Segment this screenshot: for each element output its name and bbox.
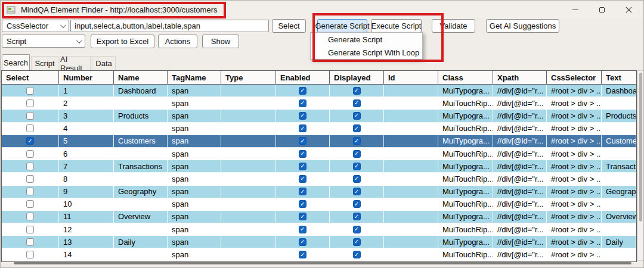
column-header-select[interactable]: Select xyxy=(2,71,59,85)
tab-script[interactable]: Script xyxy=(31,56,58,70)
displayed-checkbox xyxy=(353,213,361,220)
cell-tag: span xyxy=(168,123,221,135)
cell-tag: span xyxy=(168,248,221,261)
cell-cls: MuiTypogra... xyxy=(438,236,493,248)
column-header-id[interactable]: Id xyxy=(384,71,438,85)
cell-cls: MuiTypogra... xyxy=(438,85,493,97)
get-ai-suggestions-button[interactable]: Get AI Suggestions xyxy=(486,19,559,33)
generate-script-button[interactable]: Generate Script xyxy=(317,19,367,33)
cell-number: 13 xyxy=(59,236,114,248)
cell-text: Products xyxy=(602,110,636,122)
select-checkbox[interactable] xyxy=(26,99,34,107)
actions-button[interactable]: Actions xyxy=(158,35,197,48)
select-checkbox[interactable] xyxy=(26,251,34,258)
table-row[interactable]: 12spanMuiTouchRip...//div[@id="r...#root… xyxy=(2,223,636,236)
table-row[interactable]: 5CustomersspanMuiTypogra...//div[@id="r.… xyxy=(2,135,636,148)
cell-type xyxy=(221,223,276,236)
select-checkbox[interactable] xyxy=(26,213,34,220)
select-checkbox[interactable] xyxy=(26,137,34,145)
maximize-button[interactable] xyxy=(589,1,615,18)
table-row[interactable]: 11OverviewspanMuiTypogra...//div[@id="r.… xyxy=(2,211,636,223)
select-button[interactable]: Select xyxy=(272,19,306,33)
menu-item-generate-script[interactable]: Generate Script xyxy=(311,33,422,46)
vertical-scrollbar[interactable] xyxy=(637,70,644,261)
cell-select xyxy=(2,160,59,173)
tab-data[interactable]: Data xyxy=(92,56,116,70)
column-header-class[interactable]: Class xyxy=(438,71,493,85)
cell-name: Products xyxy=(114,110,168,122)
table-row[interactable]: 9GeographyspanMuiTypogra...//div[@id="r.… xyxy=(2,186,636,198)
selector-type-combobox[interactable]: CssSelector xyxy=(2,20,69,32)
cell-text xyxy=(602,198,636,211)
select-checkbox[interactable] xyxy=(26,112,34,120)
selector-input[interactable] xyxy=(70,20,269,32)
table-row[interactable]: 8spanMuiTouchRip...//div[@id="r...#root … xyxy=(2,173,636,185)
cell-cls: MuiTouchRip... xyxy=(438,248,493,261)
execute-script-button[interactable]: Execute Script xyxy=(371,19,422,33)
minimize-button[interactable] xyxy=(562,1,589,18)
table-row[interactable]: 4spanMuiTouchRip...//div[@id="r...#root … xyxy=(2,123,636,135)
cell-id xyxy=(384,110,438,122)
select-checkbox[interactable] xyxy=(26,124,34,132)
horizontal-scrollbar-thumb[interactable] xyxy=(14,262,631,264)
cell-xpath: //div[@id="r... xyxy=(493,248,547,261)
export-to-excel-button[interactable]: Export to Excel xyxy=(91,35,154,48)
select-checkbox[interactable] xyxy=(26,188,34,195)
column-header-text[interactable]: Text xyxy=(602,71,636,85)
table-row[interactable]: 13DailyspanMuiTypogra...//div[@id="r...#… xyxy=(2,236,636,248)
script-combobox[interactable]: Script xyxy=(2,35,85,48)
validate-button[interactable]: Validate xyxy=(432,19,475,33)
cell-id xyxy=(384,85,438,97)
cell-text: Overview xyxy=(602,211,636,223)
select-checkbox[interactable] xyxy=(26,150,34,158)
cell-id xyxy=(384,248,438,261)
enabled-checkbox xyxy=(299,226,306,233)
close-button[interactable] xyxy=(615,1,642,18)
tab-ai-result[interactable]: AI Result xyxy=(60,56,91,70)
table-row[interactable]: 7TransactionsspanMuiTypogra...//div[@id=… xyxy=(2,160,636,173)
cell-type xyxy=(221,211,276,223)
select-checkbox[interactable] xyxy=(26,87,34,95)
column-header-displayed[interactable]: Displayed xyxy=(330,71,384,85)
cell-displayed xyxy=(330,148,384,160)
select-checkbox[interactable] xyxy=(26,226,34,233)
column-header-cssselector[interactable]: CssSelector xyxy=(547,71,602,85)
cell-enabled xyxy=(276,85,330,97)
cell-text: Customers xyxy=(602,135,636,148)
menu-item-generate-script-with-loop[interactable]: Generate Script With Loop xyxy=(311,46,422,59)
table-row[interactable]: 6spanMuiTouchRip...//div[@id="r...#root … xyxy=(2,148,636,160)
cell-xpath: //div[@id="r... xyxy=(493,123,547,135)
show-button[interactable]: Show xyxy=(202,35,239,48)
cell-type xyxy=(221,123,276,135)
cell-css: #root > div > ... xyxy=(547,135,602,148)
cell-cls: MuiTouchRip... xyxy=(438,223,493,236)
table-row[interactable]: 14spanMuiTouchRip...//div[@id="r...#root… xyxy=(2,248,636,261)
cell-enabled xyxy=(276,223,330,236)
tab-search[interactable]: Search xyxy=(2,54,30,70)
vertical-scrollbar-thumb[interactable] xyxy=(639,73,642,222)
column-header-enabled[interactable]: Enabled xyxy=(276,71,330,85)
cell-id xyxy=(384,198,438,211)
select-checkbox[interactable] xyxy=(26,200,34,208)
cell-id xyxy=(384,123,438,135)
column-header-type[interactable]: Type xyxy=(221,71,276,85)
column-header-xpath[interactable]: Xpath xyxy=(493,71,547,85)
table-row[interactable]: 3ProductsspanMuiTypogra...//div[@id="r..… xyxy=(2,110,636,122)
column-header-number[interactable]: Number xyxy=(59,71,114,85)
cell-css: #root > div > ... xyxy=(547,148,602,160)
cell-number: 9 xyxy=(59,186,114,198)
cell-name: Overview xyxy=(114,211,168,223)
table-row[interactable]: 2spanMuiTouchRip...//div[@id="r...#root … xyxy=(2,97,636,110)
select-checkbox[interactable] xyxy=(26,175,34,183)
select-checkbox[interactable] xyxy=(26,163,34,170)
enabled-checkbox xyxy=(299,200,306,208)
enabled-checkbox xyxy=(299,99,306,107)
table-row[interactable]: 10spanMuiTouchRip...//div[@id="r...#root… xyxy=(2,198,636,211)
table-row[interactable]: 1DashboardspanMuiTypogra...//div[@id="r.… xyxy=(2,85,636,97)
select-checkbox[interactable] xyxy=(26,238,34,246)
column-header-name[interactable]: Name xyxy=(114,71,168,85)
cell-enabled xyxy=(276,198,330,211)
minimize-icon xyxy=(572,10,578,10)
cell-number: 10 xyxy=(59,198,114,211)
column-header-tagname[interactable]: TagName xyxy=(168,71,221,85)
